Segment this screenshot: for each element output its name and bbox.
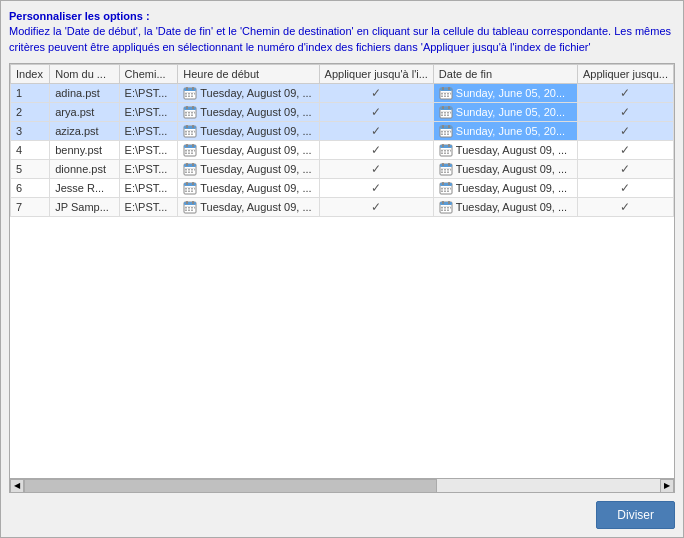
- svg-rect-133: [440, 183, 452, 186]
- svg-rect-128: [194, 188, 195, 190]
- col-header-datefin: Date de fin: [433, 65, 577, 84]
- footer: Diviser: [9, 493, 675, 529]
- cell-appliquer1[interactable]: ✓: [319, 198, 433, 217]
- cell-appliquer2[interactable]: ✓: [577, 103, 673, 122]
- svg-rect-85: [440, 145, 452, 148]
- svg-rect-26: [186, 106, 188, 109]
- svg-rect-22: [444, 96, 446, 98]
- cell-datefin[interactable]: Sunday, June 05, 20...: [433, 84, 577, 103]
- cell-chemin[interactable]: E:\PST...: [119, 84, 178, 103]
- cell-datefin[interactable]: Tuesday, August 09, ...: [433, 179, 577, 198]
- cell-heure[interactable]: Tuesday, August 09, ...: [178, 103, 319, 122]
- svg-rect-126: [188, 188, 190, 190]
- table-row[interactable]: 5dionne.pstE:\PST... Tuesday, August 09,…: [11, 160, 674, 179]
- datefin-text: Tuesday, August 09, ...: [456, 163, 567, 175]
- scroll-left-button[interactable]: ◀: [10, 479, 24, 493]
- svg-rect-8: [194, 93, 195, 95]
- svg-rect-74: [186, 144, 188, 147]
- cell-appliquer2[interactable]: ✓: [577, 122, 673, 141]
- cell-datefin[interactable]: Tuesday, August 09, ...: [433, 198, 577, 217]
- svg-rect-11: [191, 96, 193, 98]
- svg-rect-37: [440, 107, 452, 110]
- cell-heure[interactable]: Tuesday, August 09, ...: [178, 179, 319, 198]
- cell-chemin[interactable]: E:\PST...: [119, 122, 178, 141]
- table-row[interactable]: 7JP Samp...E:\PST... Tuesday, August 09,…: [11, 198, 674, 217]
- table-row[interactable]: 6Jesse R...E:\PST... Tuesday, August 09,…: [11, 179, 674, 198]
- table-row[interactable]: 2arya.pstE:\PST... Tuesday, August 09, .…: [11, 103, 674, 122]
- table-container[interactable]: Index Nom du ... Chemi... Heure de début…: [10, 64, 674, 478]
- cell-index: 6: [11, 179, 50, 198]
- svg-rect-145: [184, 202, 196, 205]
- svg-rect-155: [191, 210, 193, 212]
- calendar-icon[interactable]: [183, 162, 197, 176]
- cell-nom[interactable]: arya.pst: [50, 103, 119, 122]
- cell-chemin[interactable]: E:\PST...: [119, 198, 178, 217]
- cell-nom[interactable]: JP Samp...: [50, 198, 119, 217]
- cell-chemin[interactable]: E:\PST...: [119, 141, 178, 160]
- svg-rect-92: [450, 150, 451, 152]
- cell-chemin[interactable]: E:\PST...: [119, 179, 178, 198]
- svg-rect-165: [441, 210, 443, 212]
- cell-chemin[interactable]: E:\PST...: [119, 160, 178, 179]
- cell-nom[interactable]: Jesse R...: [50, 179, 119, 198]
- datefin-text: Tuesday, August 09, ...: [456, 201, 567, 213]
- checkmark-appliquer2: ✓: [620, 105, 630, 119]
- calendar-icon-datefin[interactable]: [439, 200, 453, 214]
- calendar-icon-datefin[interactable]: [439, 86, 453, 100]
- cell-datefin[interactable]: Sunday, June 05, 20...: [433, 103, 577, 122]
- cell-heure[interactable]: Tuesday, August 09, ...: [178, 84, 319, 103]
- calendar-icon-datefin[interactable]: [439, 181, 453, 195]
- calendar-icon[interactable]: [183, 105, 197, 119]
- cell-appliquer2[interactable]: ✓: [577, 141, 673, 160]
- cell-appliquer1[interactable]: ✓: [319, 84, 433, 103]
- cell-heure[interactable]: Tuesday, August 09, ...: [178, 141, 319, 160]
- svg-rect-143: [447, 191, 449, 193]
- calendar-icon[interactable]: [183, 86, 197, 100]
- cell-appliquer2[interactable]: ✓: [577, 179, 673, 198]
- cell-appliquer2[interactable]: ✓: [577, 84, 673, 103]
- table-row[interactable]: 1adina.pstE:\PST... Tuesday, August 09, …: [11, 84, 674, 103]
- cell-chemin[interactable]: E:\PST...: [119, 103, 178, 122]
- calendar-icon-datefin[interactable]: [439, 124, 453, 138]
- svg-rect-3: [192, 87, 194, 90]
- cell-heure[interactable]: Tuesday, August 09, ...: [178, 122, 319, 141]
- svg-rect-139: [447, 188, 449, 190]
- svg-rect-138: [444, 188, 446, 190]
- cell-appliquer2[interactable]: ✓: [577, 160, 673, 179]
- calendar-icon[interactable]: [183, 181, 197, 195]
- svg-rect-17: [441, 93, 443, 95]
- calendar-icon[interactable]: [183, 124, 197, 138]
- cell-appliquer1[interactable]: ✓: [319, 103, 433, 122]
- cell-nom[interactable]: dionne.pst: [50, 160, 119, 179]
- diviser-button[interactable]: Diviser: [596, 501, 675, 529]
- calendar-icon[interactable]: [183, 200, 197, 214]
- cell-nom[interactable]: aziza.pst: [50, 122, 119, 141]
- cell-nom[interactable]: adina.pst: [50, 84, 119, 103]
- cell-appliquer1[interactable]: ✓: [319, 160, 433, 179]
- calendar-icon-datefin[interactable]: [439, 143, 453, 157]
- dialog: Personnaliser les options : Modifiez la …: [0, 0, 684, 538]
- cell-nom[interactable]: benny.pst: [50, 141, 119, 160]
- svg-rect-83: [191, 153, 193, 155]
- horizontal-scrollbar[interactable]: ◀ ▶: [10, 478, 674, 492]
- cell-appliquer2[interactable]: ✓: [577, 198, 673, 217]
- table-row[interactable]: 4benny.pstE:\PST... Tuesday, August 09, …: [11, 141, 674, 160]
- cell-appliquer1[interactable]: ✓: [319, 141, 433, 160]
- datefin-text: Tuesday, August 09, ...: [456, 144, 567, 156]
- checkmark-appliquer1: ✓: [371, 124, 381, 138]
- cell-datefin[interactable]: Tuesday, August 09, ...: [433, 160, 577, 179]
- calendar-icon-datefin[interactable]: [439, 105, 453, 119]
- svg-rect-122: [186, 182, 188, 185]
- calendar-icon-datefin[interactable]: [439, 162, 453, 176]
- table-row[interactable]: 3aziza.pstE:\PST... Tuesday, August 09, …: [11, 122, 674, 141]
- cell-appliquer1[interactable]: ✓: [319, 179, 433, 198]
- cell-appliquer1[interactable]: ✓: [319, 122, 433, 141]
- scroll-thumb[interactable]: [24, 479, 437, 493]
- calendar-icon[interactable]: [183, 143, 197, 157]
- cell-heure[interactable]: Tuesday, August 09, ...: [178, 160, 319, 179]
- scroll-right-button[interactable]: ▶: [660, 479, 674, 493]
- scroll-track[interactable]: [24, 479, 660, 493]
- cell-datefin[interactable]: Sunday, June 05, 20...: [433, 122, 577, 141]
- cell-heure[interactable]: Tuesday, August 09, ...: [178, 198, 319, 217]
- cell-datefin[interactable]: Tuesday, August 09, ...: [433, 141, 577, 160]
